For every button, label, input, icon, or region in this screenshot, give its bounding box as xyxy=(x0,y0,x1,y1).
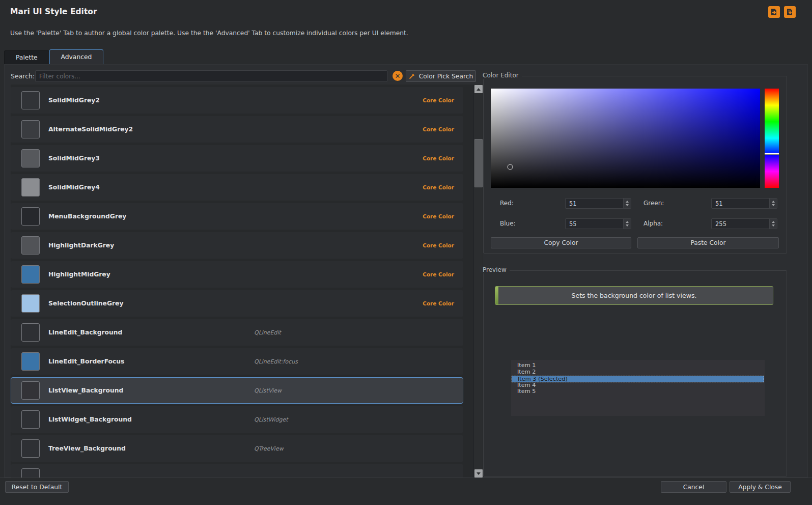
color-swatch xyxy=(21,323,40,342)
color-row-TreeView_Background[interactable]: TreeView_BackgroundQTreeView xyxy=(11,435,463,462)
color-description-text: Sets the background color of list views. xyxy=(572,292,697,299)
search-input[interactable] xyxy=(35,70,387,82)
import-style-icon[interactable] xyxy=(784,6,796,18)
color-row-SolidMidGrey4[interactable]: SolidMidGrey4Core Color xyxy=(11,174,463,201)
color-row-SelectionOutlineGrey[interactable]: SelectionOutlineGreyCore Color xyxy=(11,290,463,317)
color-swatch xyxy=(21,149,40,167)
color-name: HighlightMidGrey xyxy=(48,271,110,278)
color-row-LineEdit_Background[interactable]: LineEdit_BackgroundQLineEdit xyxy=(11,319,463,346)
preview-list-item[interactable]: Item 2 xyxy=(511,369,765,376)
field-label-green: Green: xyxy=(643,200,664,207)
tab-advanced[interactable]: Advanced xyxy=(49,49,104,64)
color-category: QListWidget xyxy=(254,416,288,423)
color-row-AlternateSolidMidGrey2[interactable]: AlternateSolidMidGrey2Core Color xyxy=(11,116,463,143)
color-row-HighlightDarkGrey[interactable]: HighlightDarkGreyCore Color xyxy=(11,232,463,259)
spin-value: 55 xyxy=(569,220,577,228)
field-label-red: Red: xyxy=(500,200,514,207)
scrollbar-thumb[interactable] xyxy=(474,139,483,187)
color-category: Core Color xyxy=(423,126,454,132)
copy-color-button[interactable]: Copy Color xyxy=(491,237,631,248)
color-category: QLineEdit xyxy=(254,329,281,336)
clear-search-icon[interactable]: ✕ xyxy=(393,71,403,81)
spin-value: 51 xyxy=(569,200,577,207)
saturation-value-field[interactable] xyxy=(491,89,760,188)
color-list: SolidMidGrey2Core ColorAlternateSolidMid… xyxy=(11,85,483,478)
alpha-spinbox[interactable]: 255 xyxy=(711,218,777,229)
blue-spinbox[interactable]: 55 xyxy=(565,218,631,229)
color-swatch xyxy=(21,294,40,313)
color-swatch xyxy=(21,439,40,458)
color-swatch xyxy=(21,91,40,109)
color-name: SelectionOutlineGrey xyxy=(48,300,123,307)
color-swatch xyxy=(21,352,40,371)
spin-arrows-icon[interactable] xyxy=(623,219,631,229)
preview-list-item[interactable]: Item 1 xyxy=(511,362,765,369)
color-swatch xyxy=(21,468,40,478)
red-spinbox[interactable]: 51 xyxy=(565,198,631,209)
color-swatch xyxy=(21,207,40,226)
advanced-tab-pane: Search: ✕ Color Pick Search SolidMidGrey… xyxy=(4,64,808,478)
scroll-up-icon[interactable] xyxy=(474,85,483,93)
reset-to-default-button[interactable]: Reset to Default xyxy=(5,481,69,493)
search-label: Search: xyxy=(11,72,35,80)
hue-marker[interactable] xyxy=(765,153,779,154)
preview-list-item[interactable]: Item 5 xyxy=(511,388,765,395)
banner-accent xyxy=(495,287,498,304)
color-editor-title: Color Editor xyxy=(480,72,522,79)
color-category: QListView xyxy=(254,387,282,394)
mari-ui-style-editor-window: Mari UI Style Editor Use the 'Palette' T… xyxy=(0,0,812,505)
color-name: AlternateSolidMidGrey2 xyxy=(48,126,133,133)
cancel-button[interactable]: Cancel xyxy=(661,481,726,493)
color-row-partial[interactable] xyxy=(11,464,463,478)
page-title: Mari UI Style Editor xyxy=(10,7,97,16)
color-category: Core Color xyxy=(423,184,454,190)
eyedropper-icon xyxy=(409,73,415,79)
apply-close-button[interactable]: Apply & Close xyxy=(730,481,791,493)
green-spinbox[interactable]: 51 xyxy=(711,198,777,209)
color-row-MenuBackgroundGrey[interactable]: MenuBackgroundGreyCore Color xyxy=(11,203,463,230)
color-name: HighlightDarkGrey xyxy=(48,242,114,249)
hue-slider[interactable] xyxy=(765,89,779,188)
preview-list-item[interactable]: Item 4 xyxy=(511,382,765,389)
color-swatch xyxy=(21,178,40,197)
preview-title: Preview xyxy=(480,266,510,273)
tab-palette[interactable]: Palette xyxy=(4,50,49,64)
color-pick-search-button[interactable]: Color Pick Search xyxy=(406,70,476,82)
color-row-HighlightMidGrey[interactable]: HighlightMidGreyCore Color xyxy=(11,261,463,288)
color-swatch xyxy=(21,381,40,400)
color-row-LineEdit_BorderFocus[interactable]: LineEdit_BorderFocusQLineEdit:focus xyxy=(11,348,463,375)
color-category: Core Color xyxy=(423,213,454,219)
spin-arrows-icon[interactable] xyxy=(769,199,777,208)
window-description: Use the 'Palette' Tab to author a global… xyxy=(10,30,408,37)
color-name: MenuBackgroundGrey xyxy=(48,213,126,220)
paste-color-button[interactable]: Paste Color xyxy=(637,237,779,248)
color-cursor[interactable] xyxy=(508,164,513,170)
color-name: ListWidget_Background xyxy=(48,416,132,423)
field-label-alpha: Alpha: xyxy=(643,220,663,227)
scroll-down-icon[interactable] xyxy=(474,469,483,478)
color-swatch xyxy=(21,265,40,284)
color-category: Core Color xyxy=(423,300,454,306)
spin-arrows-icon[interactable] xyxy=(769,219,777,229)
color-name: LineEdit_Background xyxy=(48,329,122,336)
color-swatch xyxy=(21,236,40,255)
color-category: QLineEdit:focus xyxy=(254,358,298,365)
color-list-scrollbar[interactable] xyxy=(473,85,483,478)
color-row-SolidMidGrey3[interactable]: SolidMidGrey3Core Color xyxy=(11,145,463,172)
color-row-SolidMidGrey2[interactable]: SolidMidGrey2Core Color xyxy=(11,87,463,114)
color-editor-group: Color Editor Red:51Green:51Blue:55Alpha:… xyxy=(483,76,787,254)
color-category: Core Color xyxy=(423,271,454,277)
color-category: Core Color xyxy=(423,155,454,161)
export-style-icon[interactable] xyxy=(768,6,780,18)
spin-arrows-icon[interactable] xyxy=(623,199,631,208)
color-row-ListView_Background[interactable]: ListView_BackgroundQListView xyxy=(11,377,463,404)
preview-list-item[interactable]: Item 3 (Selected) xyxy=(512,376,764,382)
tab-bar: Palette Advanced xyxy=(4,49,103,64)
color-name: LineEdit_BorderFocus xyxy=(48,358,124,365)
color-pick-search-label: Color Pick Search xyxy=(419,73,473,80)
color-row-ListWidget_Background[interactable]: ListWidget_BackgroundQListWidget xyxy=(11,406,463,433)
header-toolbar xyxy=(768,6,796,18)
spin-value: 51 xyxy=(715,200,723,207)
field-label-blue: Blue: xyxy=(500,220,516,227)
color-category: Core Color xyxy=(423,97,454,103)
